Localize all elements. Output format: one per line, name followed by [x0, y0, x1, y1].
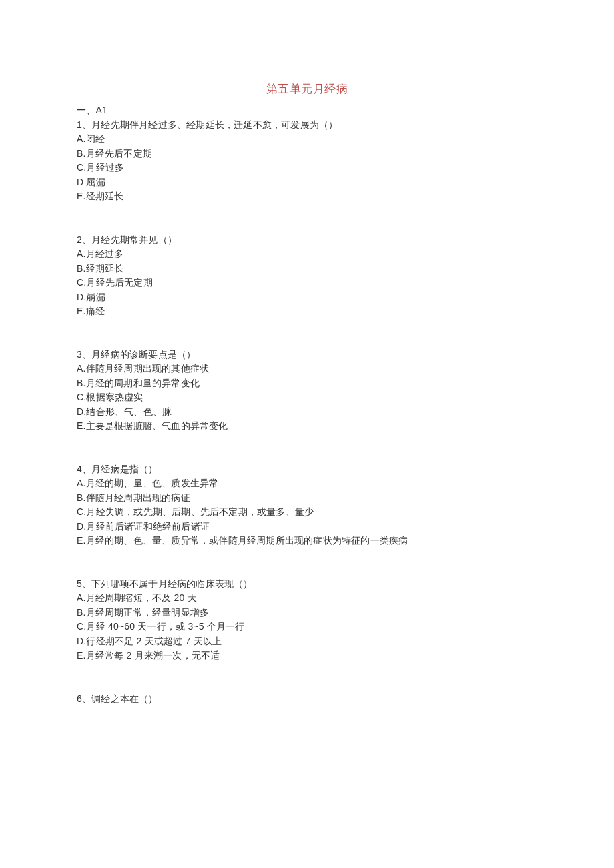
option-5-b: B.月经周期正常，经量明显增多: [77, 606, 537, 620]
option-2-b: B.经期延长: [77, 262, 537, 276]
option-5-d: D.行经期不足 2 天或超过 7 天以上: [77, 634, 537, 649]
option-1-d: D 屈漏: [77, 175, 537, 190]
option-5-e: E.月经常每 2 月来潮一次，无不适: [77, 648, 537, 663]
option-4-a: A.月经的期、量、色、质发生异常: [77, 476, 537, 491]
option-3-b: B.月经的周期和量的异常变化: [77, 376, 537, 391]
option-4-e: E.月经的期、色、量、质异常，或伴随月经周期所出现的症状为特征的一类疾病: [77, 534, 537, 548]
question-stem-5: 5、下列哪项不属于月经病的临床表现（）: [77, 577, 537, 592]
option-2-c: C.月经先后无定期: [77, 276, 537, 290]
option-3-c: C.根据寒热虚实: [77, 390, 537, 405]
option-4-d: D.月经前后诸证和绝经前后诸证: [77, 520, 537, 534]
option-5-c: C.月经 40~60 天一行，或 3~5 个月一行: [77, 620, 537, 634]
option-4-c: C.月经失调，或先期、后期、先后不定期，或量多、量少: [77, 505, 537, 520]
option-1-b: B.月经先后不定期: [77, 147, 537, 161]
option-3-e: E.主要是根据脏腑、气血的异常变化: [77, 419, 537, 434]
section-header: 一、A1: [77, 103, 537, 118]
question-stem-4: 4、月经病是指（）: [77, 462, 537, 477]
option-1-c: C.月经过多: [77, 161, 537, 175]
option-5-a: A.月经周期缩短，不及 20 天: [77, 591, 537, 606]
option-2-a: A.月经过多: [77, 247, 537, 262]
option-2-e: E.痛经: [77, 304, 537, 319]
question-stem-2: 2、月经先期常并见（）: [77, 233, 537, 248]
option-1-e: E.经期延长: [77, 189, 537, 204]
question-stem-6: 6、调经之本在（）: [77, 692, 537, 707]
question-stem-1: 1、月经先期伴月经过多、经期延长，迁延不愈，可发展为（）: [77, 118, 537, 133]
question-stem-3: 3、月经病的诊断要点是（）: [77, 348, 537, 362]
option-3-a: A.伴随月经周期出现的其他症状: [77, 362, 537, 376]
option-3-d: D.结合形、气、色、脉: [77, 405, 537, 420]
option-2-d: D.崩漏: [77, 290, 537, 305]
option-4-b: B.伴随月经周期出现的病证: [77, 491, 537, 506]
unit-title: 第五单元月经病: [77, 81, 537, 97]
option-1-a: A.闭经: [77, 132, 537, 147]
